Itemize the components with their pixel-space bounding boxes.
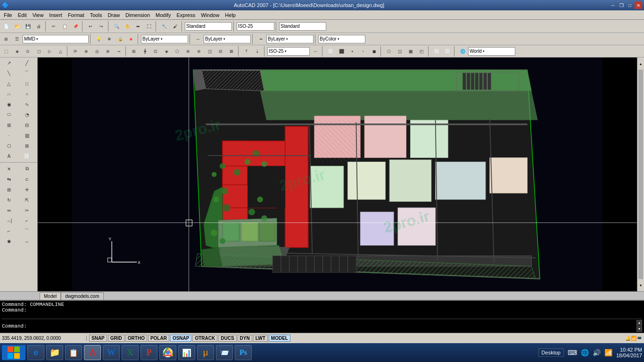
restore-button[interactable]: ❐ <box>618 1 625 9</box>
ref-btn[interactable]: ⇡ <box>241 46 252 57</box>
osnap-toggle[interactable]: OSNAP <box>170 335 192 342</box>
view-btn4[interactable]: ▫ <box>358 46 368 57</box>
trim-tool[interactable]: ✂ <box>18 205 36 215</box>
menu-item-modify[interactable]: Modify <box>153 12 173 18</box>
menu-item-insert[interactable]: Insert <box>46 12 65 18</box>
3d-btn2[interactable]: ◫ <box>395 46 405 57</box>
ucs-btn[interactable]: 🌐 <box>457 46 468 57</box>
start-button[interactable] <box>2 345 25 360</box>
snap7-btn[interactable]: ⊚ <box>194 46 204 57</box>
menu-item-edit[interactable]: Edit <box>15 12 30 18</box>
copy-button[interactable]: 📋 <box>59 21 70 32</box>
snap-btn[interactable]: ⊞ <box>129 46 139 57</box>
linetype-dropdown[interactable]: ByLayer▾ <box>204 35 251 43</box>
taskbar-autocad[interactable]: A <box>84 345 101 360</box>
menu-item-draw[interactable]: Draw <box>105 12 123 18</box>
layer-lock[interactable]: 🔒 <box>115 34 125 44</box>
snap4-btn[interactable]: ◈ <box>161 46 172 57</box>
pick4-btn[interactable]: ◻ <box>33 46 44 57</box>
chamfer-tool[interactable]: ⌐ <box>0 226 18 236</box>
scroll-down-button[interactable]: ▼ <box>638 280 644 290</box>
snap8-btn[interactable]: ◫ <box>205 46 215 57</box>
offset-tool[interactable]: ⊂ <box>18 174 36 184</box>
break-tool[interactable]: ⌐ <box>18 215 36 226</box>
stretch-tool[interactable]: ⇔ <box>0 205 18 215</box>
view-btn5[interactable]: ◼ <box>369 46 379 57</box>
zoom-prev[interactable]: ⬅ <box>133 21 143 32</box>
color-dropdown[interactable]: ByLayer▾ <box>141 35 188 43</box>
make-block[interactable]: ⊟ <box>18 120 36 130</box>
close-button[interactable]: ✕ <box>635 1 642 9</box>
pick2-btn[interactable]: ◈ <box>12 46 22 57</box>
tab-dwgmodels[interactable]: dwgmodels.com <box>61 292 103 300</box>
taskbar-word[interactable]: W <box>103 345 120 360</box>
drawing-canvas[interactable]: X Y 2pro.ir 2pro.ir 2pro.ir <box>38 58 637 291</box>
paste-button[interactable]: 📌 <box>70 21 81 32</box>
hatch-tool[interactable]: ▨ <box>18 130 36 140</box>
world-dropdown[interactable]: World▾ <box>468 47 515 56</box>
taskbar-calc[interactable]: 📊 <box>178 345 195 360</box>
orbit5-btn[interactable]: ⊸ <box>114 46 124 57</box>
ortho-toggle[interactable]: ORTHO <box>125 335 147 342</box>
explode-tool[interactable]: ✱ <box>0 236 18 247</box>
taskbar-explorer[interactable]: 📁 <box>46 345 63 360</box>
layer-state-button[interactable]: ☰ <box>12 34 22 44</box>
cut-button[interactable]: ✂ <box>49 21 59 32</box>
array-tool[interactable]: ⊞ <box>0 184 18 195</box>
layer-freeze[interactable]: ❄ <box>104 34 115 44</box>
dim-style-dropdown[interactable]: Standard <box>279 22 326 31</box>
spline-tool[interactable]: ∿ <box>18 99 36 109</box>
menu-item-express[interactable]: Express <box>173 12 198 18</box>
pan-button[interactable]: ✋ <box>122 21 132 32</box>
3d-solid[interactable]: ⬜ <box>18 151 36 161</box>
layer-dropdown[interactable]: MMD▾ <box>23 35 89 43</box>
point-tool[interactable]: · <box>0 130 18 140</box>
layer-on[interactable]: 💡 <box>93 34 104 44</box>
mirror-tool[interactable]: ⇆ <box>0 174 18 184</box>
rotate-tool[interactable]: ↻ <box>0 195 18 205</box>
3d-btn1[interactable]: ⬡ <box>384 46 394 57</box>
layer-color[interactable]: ■ <box>126 34 136 44</box>
snap10-btn[interactable]: ⊠ <box>226 46 237 57</box>
scale-tool[interactable]: ⇱ <box>18 195 36 205</box>
pick6-btn[interactable]: △ <box>55 46 66 57</box>
dyn-toggle[interactable]: DYN <box>238 335 252 342</box>
taskbar-mail[interactable]: 📨 <box>216 345 233 360</box>
lwt-toggle[interactable]: LWT <box>253 335 268 342</box>
menu-item-tools[interactable]: Tools <box>87 12 105 18</box>
cmd-scroll-down[interactable]: ▼ <box>636 326 642 332</box>
match-properties[interactable]: 🖌 <box>170 21 180 32</box>
snap6-btn[interactable]: ⊛ <box>183 46 193 57</box>
taskbar-torrent[interactable]: μ <box>197 345 214 360</box>
view-btn2[interactable]: ⬛ <box>336 46 347 57</box>
ducs-toggle[interactable]: DUCS <box>218 335 236 342</box>
line-tool[interactable]: ╱ <box>18 58 36 68</box>
model-toggle[interactable]: MODEL <box>269 335 290 342</box>
view-btn1[interactable]: ⬜ <box>325 46 336 57</box>
circle-tool[interactable]: ○ <box>18 89 36 99</box>
rect-tool[interactable]: □ <box>18 78 36 89</box>
view-btn3[interactable]: ▪ <box>347 46 357 57</box>
plot-button[interactable]: 🖨 <box>33 21 44 32</box>
snap2-btn[interactable]: ╋ <box>140 46 150 57</box>
polygon-tool[interactable]: △ <box>0 78 18 89</box>
menu-item-file[interactable]: File <box>1 12 15 18</box>
pick-btn[interactable]: ⬚ <box>1 46 11 57</box>
open-button[interactable]: 📂 <box>12 21 22 32</box>
mline-tool[interactable]: ⌒ <box>18 68 36 78</box>
redo-button[interactable]: ↪ <box>96 21 107 32</box>
cmd-scroll-up[interactable]: ▲ <box>636 320 642 326</box>
ellipse-tool[interactable]: ⬭ <box>0 109 18 120</box>
maximize-button[interactable]: □ <box>626 1 634 9</box>
taskbar-excel[interactable]: X <box>122 345 139 360</box>
3d-btn4[interactable]: ◰ <box>416 46 427 57</box>
viewport-btn1[interactable]: ⬜ <box>431 46 442 57</box>
taskbar-photoshop[interactable]: Ps <box>235 345 252 360</box>
taskbar-chrome[interactable] <box>159 345 176 360</box>
3d-btn3[interactable]: ▩ <box>405 46 416 57</box>
taskbar-volume-icon[interactable]: 🔊 <box>593 349 601 356</box>
select-tool[interactable]: ↗ <box>0 58 18 68</box>
extend-tool[interactable]: →| <box>0 215 18 226</box>
viewport-btn2[interactable]: ⬜ <box>442 46 453 57</box>
zoom-button[interactable]: 🔍 <box>111 21 122 32</box>
